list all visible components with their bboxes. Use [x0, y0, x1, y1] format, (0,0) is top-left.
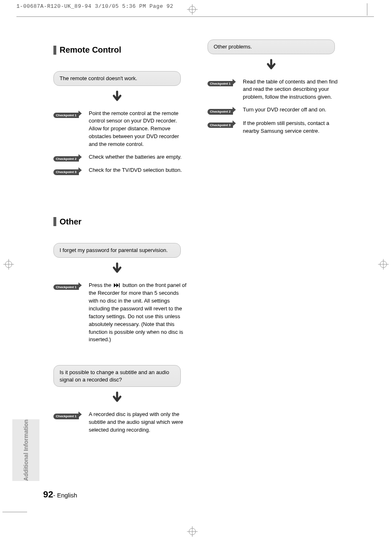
registration-mark-icon: [3, 259, 14, 270]
arrow-down-icon: [208, 58, 335, 73]
checkpoint-text: If the problem still persists, contact a…: [243, 120, 343, 135]
footer-lang: English: [57, 492, 77, 499]
checkpoint-badge: Checkpoint 1: [208, 79, 236, 87]
checkpoint-badge: Checkpoint 2: [208, 107, 236, 115]
cp-text-after: button on the front panel of the Recorde…: [89, 282, 187, 343]
checkpoint-label: Checkpoint 1: [208, 81, 233, 87]
heading-bar-icon: [53, 217, 56, 226]
checkpoint-label: Checkpoint 3: [53, 169, 79, 175]
skip-forward-icon: [114, 282, 120, 290]
checkpoint-text: Press the button on the front panel of t…: [89, 282, 189, 344]
svg-rect-14: [119, 283, 120, 287]
checkpoint-row: Checkpoint 3 If the problem still persis…: [208, 120, 343, 135]
problem-text: Other problems.: [214, 44, 252, 50]
checkpoint-text: Point the remote control at the remote c…: [89, 110, 189, 148]
checkpoint-badge: Checkpoint 3: [53, 167, 82, 175]
checkpoint-row: Checkpoint 1 Read the table of contents …: [208, 78, 343, 102]
problem-text: I forget my password for parental superv…: [60, 247, 168, 253]
problem-box: I forget my password for parental superv…: [53, 243, 181, 258]
left-column: Remote Control The remote control doesn'…: [53, 37, 191, 439]
svg-marker-13: [116, 283, 119, 287]
checkpoint-label: Checkpoint 2: [53, 156, 79, 162]
page-footer: 92- English: [43, 489, 77, 500]
checkpoint-label: Checkpoint 1: [53, 414, 79, 419]
problem-box: The remote control doesn't work.: [53, 71, 181, 86]
crop-mark-icon: [16, 16, 374, 17]
checkpoint-text: Check for the TV/DVD selection button.: [89, 166, 189, 174]
crop-mark-icon: [2, 512, 27, 512]
heading-text: Other: [60, 217, 81, 227]
badge-arrow-icon: [233, 107, 236, 113]
registration-mark-icon: [187, 526, 198, 537]
checkpoint-text: Turn your DVD recorder off and on.: [243, 106, 343, 114]
side-tab: Additional Information: [12, 419, 39, 481]
checkpoint-badge: Checkpoint 1: [53, 282, 82, 290]
registration-mark-icon: [378, 259, 389, 270]
checkpoint-label: Checkpoint 3: [208, 123, 233, 128]
cp-text-before: Press the: [89, 282, 113, 288]
checkpoint-row: Checkpoint 1 A recorded disc is played w…: [53, 411, 189, 434]
arrow-down-icon: [53, 391, 181, 406]
checkpoint-row: Checkpoint 1 Press the button on the fro…: [53, 282, 189, 344]
print-slug: 1-00687A-R120-UK_89-94 3/10/05 5:36 PM P…: [16, 3, 173, 9]
badge-arrow-icon: [78, 111, 82, 116]
crop-mark-icon: [367, 3, 367, 16]
registration-mark-icon: [187, 4, 198, 15]
problem-text: The remote control doesn't work.: [60, 75, 137, 81]
checkpoint-badge: Checkpoint 1: [53, 412, 82, 419]
checkpoint-label: Checkpoint 1: [53, 113, 79, 118]
section-heading-other: Other: [53, 217, 191, 227]
checkpoint-row: Checkpoint 2 Turn your DVD recorder off …: [208, 106, 343, 115]
section-heading-remote: Remote Control: [53, 45, 191, 55]
checkpoint-badge: Checkpoint 3: [208, 120, 236, 128]
svg-marker-12: [114, 283, 116, 287]
page-content: Remote Control The remote control doesn'…: [53, 37, 370, 439]
heading-text: Remote Control: [60, 45, 121, 55]
footer-sep: -: [53, 492, 57, 499]
badge-arrow-icon: [78, 154, 82, 160]
checkpoint-badge: Checkpoint 1: [53, 111, 82, 118]
side-tab-label: Additional Information: [23, 419, 29, 481]
badge-arrow-icon: [78, 412, 82, 417]
checkpoint-row: Checkpoint 3 Check for the TV/DVD select…: [53, 166, 189, 175]
checkpoint-text: A recorded disc is played with only the …: [89, 411, 189, 434]
checkpoint-text: Check whether the batteries are empty.: [89, 153, 189, 161]
problem-box: Is it possible to change a subtitle and …: [53, 365, 181, 387]
checkpoint-label: Checkpoint 1: [53, 284, 79, 290]
problem-text: Is it possible to change a subtitle and …: [60, 369, 169, 383]
arrow-down-icon: [53, 90, 181, 105]
checkpoint-text: Read the table of contents and then find…: [243, 78, 343, 102]
arrow-down-icon: [53, 262, 181, 277]
heading-bar-icon: [53, 46, 56, 55]
checkpoint-row: Checkpoint 2 Check whether the batteries…: [53, 153, 189, 162]
badge-arrow-icon: [78, 167, 82, 173]
badge-arrow-icon: [78, 282, 82, 288]
page-number: 92: [43, 489, 53, 499]
checkpoint-badge: Checkpoint 2: [53, 154, 82, 162]
badge-arrow-icon: [233, 120, 236, 126]
checkpoint-row: Checkpoint 1 Point the remote control at…: [53, 110, 189, 148]
checkpoint-label: Checkpoint 2: [208, 109, 233, 115]
problem-box: Other problems.: [208, 39, 335, 54]
right-column: Other problems. Checkpoint 1 Read the ta…: [208, 37, 345, 439]
badge-arrow-icon: [233, 79, 236, 85]
